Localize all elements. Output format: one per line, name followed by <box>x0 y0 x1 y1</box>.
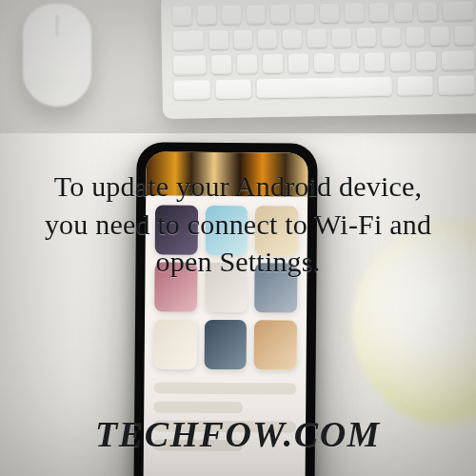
watermark-text: TECHFOW.COM <box>0 413 476 455</box>
caption-text: To update your Android device, you need … <box>34 168 442 281</box>
keyboard <box>161 0 476 119</box>
promo-image: To update your Android device, you need … <box>0 0 476 476</box>
computer-mouse <box>6 4 120 128</box>
